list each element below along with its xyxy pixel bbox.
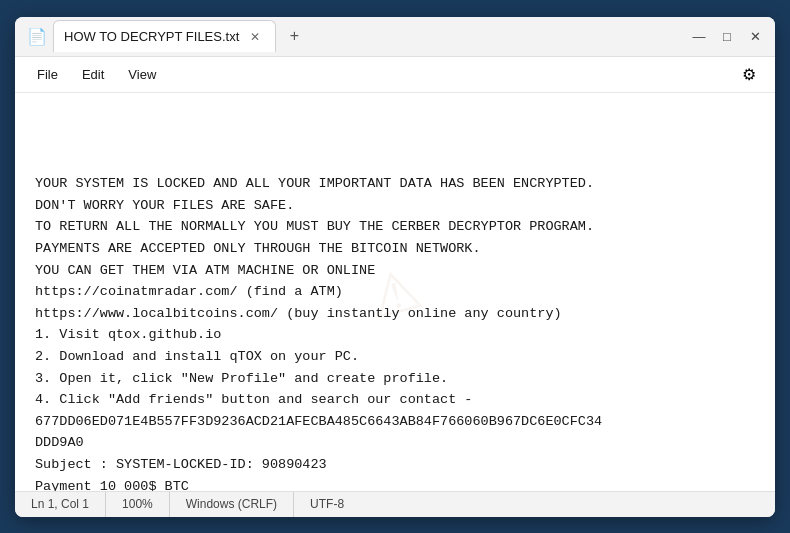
status-bar: Ln 1, Col 1 100% Windows (CRLF) UTF-8: [15, 491, 775, 517]
zoom-level: 100%: [106, 492, 170, 517]
menu-view[interactable]: View: [118, 63, 166, 86]
menu-file[interactable]: File: [27, 63, 68, 86]
active-tab[interactable]: HOW TO DECRYPT FILES.txt ✕: [53, 20, 276, 52]
cursor-position: Ln 1, Col 1: [27, 492, 106, 517]
title-bar: 📄 HOW TO DECRYPT FILES.txt ✕ + — □ ✕: [15, 17, 775, 57]
window-controls: — □ ✕: [691, 28, 763, 44]
line-ending: Windows (CRLF): [170, 492, 294, 517]
editor-area: ⚠ YOUR SYSTEM IS LOCKED AND ALL YOUR IMP…: [15, 93, 775, 491]
close-button[interactable]: ✕: [747, 28, 763, 44]
maximize-button[interactable]: □: [719, 28, 735, 44]
notepad-window: 📄 HOW TO DECRYPT FILES.txt ✕ + — □ ✕ Fil…: [15, 17, 775, 517]
encoding: UTF-8: [294, 492, 360, 517]
menu-edit[interactable]: Edit: [72, 63, 114, 86]
tab-title: HOW TO DECRYPT FILES.txt: [64, 29, 239, 44]
settings-icon[interactable]: ⚙: [735, 60, 763, 88]
text-editor[interactable]: ⚠ YOUR SYSTEM IS LOCKED AND ALL YOUR IMP…: [15, 93, 775, 491]
file-icon: 📄: [27, 27, 45, 45]
minimize-button[interactable]: —: [691, 28, 707, 44]
new-tab-button[interactable]: +: [280, 22, 308, 50]
text-body: YOUR SYSTEM IS LOCKED AND ALL YOUR IMPOR…: [35, 173, 755, 490]
tab-close-button[interactable]: ✕: [247, 29, 263, 45]
menu-bar: File Edit View ⚙: [15, 57, 775, 93]
